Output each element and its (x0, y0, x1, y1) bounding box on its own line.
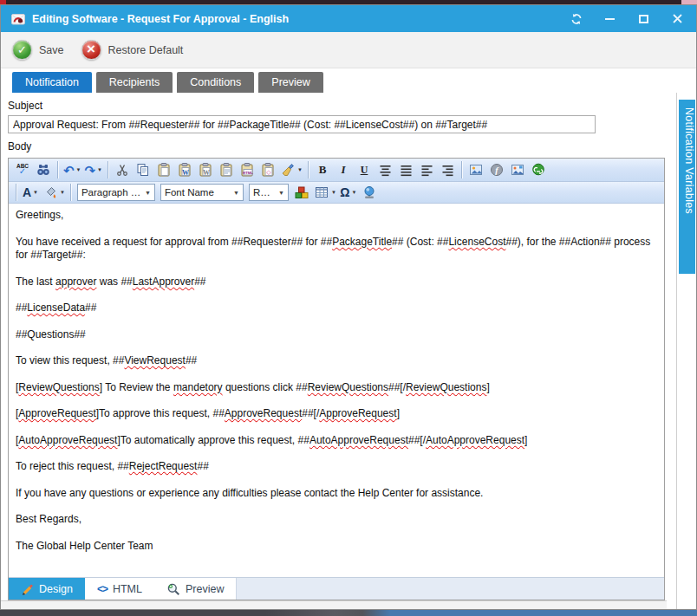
body-paragraph: The Global Help Center Team (16, 540, 657, 554)
chevron-down-icon: ▼ (331, 190, 336, 195)
media-manager-icon[interactable] (508, 160, 527, 179)
bottom-tab-html[interactable]: <>HTML (85, 578, 154, 600)
snippet-icon[interactable] (360, 183, 379, 202)
editor-mode-tabs: Design<>HTMLPreview (9, 578, 237, 600)
paste-plain-text-icon[interactable] (217, 160, 236, 179)
paste-as-html-icon[interactable]: HTML (238, 160, 257, 179)
insert-symbol-icon[interactable]: Ω▼ (339, 183, 358, 202)
save-check-icon (12, 40, 32, 60)
svg-text:W: W (182, 169, 189, 177)
tab-conditions[interactable]: Conditions (177, 72, 254, 93)
restore-default-button[interactable]: Restore Default (81, 40, 184, 60)
editor-body[interactable]: Greetings,You have received a request fo… (9, 204, 664, 577)
toolbar-separator (16, 184, 16, 201)
body-paragraph: [ApproveRequest]To approve this request,… (16, 407, 657, 421)
minimize-icon (605, 18, 615, 20)
chevron-down-icon: ▼ (352, 190, 357, 195)
toolbar-separator (57, 161, 58, 178)
chevron-down-icon: ▼ (233, 190, 239, 196)
app-icon (11, 12, 25, 26)
chevron-down-icon: ▼ (297, 167, 303, 172)
paste-from-word-icon[interactable]: W (175, 160, 194, 179)
bold-icon[interactable]: B (313, 160, 332, 179)
bottom-tab-label: HTML (113, 583, 142, 595)
paste-icon[interactable] (154, 160, 173, 179)
notification-variables-tab[interactable]: Notification Variables (679, 100, 695, 274)
body-paragraph: The last approver was ##LastApprover## (16, 276, 657, 289)
save-label: Save (39, 44, 64, 56)
screen: Editing Software - Request For Approval … (0, 0, 697, 616)
flash-manager-icon[interactable]: f (487, 160, 506, 179)
css-class-icon[interactable] (292, 183, 311, 202)
insert-image-icon[interactable] (466, 160, 485, 179)
paste-from-word-clean-icon[interactable]: W (196, 160, 215, 179)
body-paragraph: To reject this request, ##RejectRequest#… (16, 460, 657, 474)
main-panel: Subject Body ABC✓↶▼↷▼WWHTML◇▼BIUf A▼▼Par… (1, 93, 667, 609)
chevron-down-icon: ▼ (145, 190, 151, 196)
maximize-button[interactable] (637, 12, 650, 25)
body-paragraph: [ReviewQuestions] To Review the mandetor… (16, 381, 657, 395)
chevron-down-icon: ▼ (33, 190, 38, 195)
editor-bottom-strip: Design<>HTMLPreview (9, 577, 664, 600)
chevron-down-icon: ▼ (278, 190, 284, 196)
window-controls (570, 12, 684, 25)
underline-icon[interactable]: U (355, 160, 374, 179)
app-window: Editing Software - Request For Approval … (0, 4, 697, 610)
font-color-icon[interactable]: A▼ (21, 183, 40, 202)
toolbar-separator (107, 161, 108, 178)
insert-link-icon[interactable] (529, 160, 548, 179)
desktop-edge-bottom (0, 610, 697, 616)
close-icon (672, 13, 683, 24)
align-justify-icon[interactable] (396, 160, 415, 179)
subject-input[interactable] (8, 115, 596, 133)
minimize-button[interactable] (603, 12, 616, 25)
right-rail: Notification Variables (667, 93, 696, 609)
chevron-down-icon: ▼ (97, 167, 102, 172)
pencil-icon (21, 582, 34, 595)
insert-table-icon[interactable]: ▼ (313, 183, 337, 202)
bottom-tab-label: Preview (186, 583, 224, 595)
find-icon[interactable] (34, 160, 53, 179)
paste-html-icon[interactable]: ◇ (258, 160, 277, 179)
status-bar (1, 600, 667, 609)
close-button[interactable] (671, 12, 684, 25)
body-paragraph: Greetings, (16, 209, 657, 223)
copy-icon[interactable] (134, 160, 153, 179)
bottom-tab-preview[interactable]: Preview (154, 578, 236, 600)
toolbar-separator (461, 161, 462, 178)
font-name-select[interactable]: Font Name▼ (160, 184, 244, 201)
window-title: Editing Software - Request For Approval … (32, 13, 563, 25)
svg-text:HTML: HTML (243, 171, 253, 175)
font-size-select[interactable]: Real ...▼ (249, 184, 289, 201)
chevron-down-icon: ▼ (60, 190, 65, 195)
cut-icon[interactable] (113, 160, 132, 179)
tab-notification[interactable]: Notification (12, 72, 92, 93)
chevron-down-icon: ▼ (76, 167, 81, 172)
toolbar-separator (308, 161, 309, 178)
refresh-button[interactable] (570, 12, 583, 25)
align-center-icon[interactable] (375, 160, 394, 179)
rich-text-editor: ABC✓↶▼↷▼WWHTML◇▼BIUf A▼▼Paragraph St...▼… (8, 158, 665, 600)
fill-color-icon[interactable]: ▼ (42, 183, 66, 202)
tab-preview[interactable]: Preview (258, 72, 322, 93)
spellcheck-icon[interactable]: ABC✓ (13, 160, 32, 179)
restore-cross-icon (81, 40, 101, 60)
italic-icon[interactable]: I (334, 160, 353, 179)
format-painter-icon[interactable]: ▼ (279, 160, 303, 179)
subject-label: Subject (8, 100, 667, 112)
svg-text:◇: ◇ (266, 169, 271, 175)
align-left-icon[interactable] (417, 160, 436, 179)
undo-icon[interactable]: ↶▼ (62, 160, 82, 179)
notification-panel: Subject Body ABC✓↶▼↷▼WWHTML◇▼BIUf A▼▼Par… (1, 93, 667, 600)
tab-recipients[interactable]: Recipients (96, 72, 173, 93)
bottom-tab-label: Design (39, 583, 73, 595)
code-icon: <> (97, 583, 107, 595)
body-paragraph: You have received a request for approval… (16, 236, 657, 263)
align-right-icon[interactable] (438, 160, 457, 179)
redo-icon[interactable]: ↷▼ (84, 160, 104, 179)
bottom-tab-design[interactable]: Design (9, 578, 85, 600)
save-button[interactable]: Save (12, 40, 64, 60)
window-body: Subject Body ABC✓↶▼↷▼WWHTML◇▼BIUf A▼▼Par… (1, 93, 696, 609)
paragraph-style-select[interactable]: Paragraph St...▼ (77, 184, 155, 201)
body-label: Body (8, 140, 667, 152)
